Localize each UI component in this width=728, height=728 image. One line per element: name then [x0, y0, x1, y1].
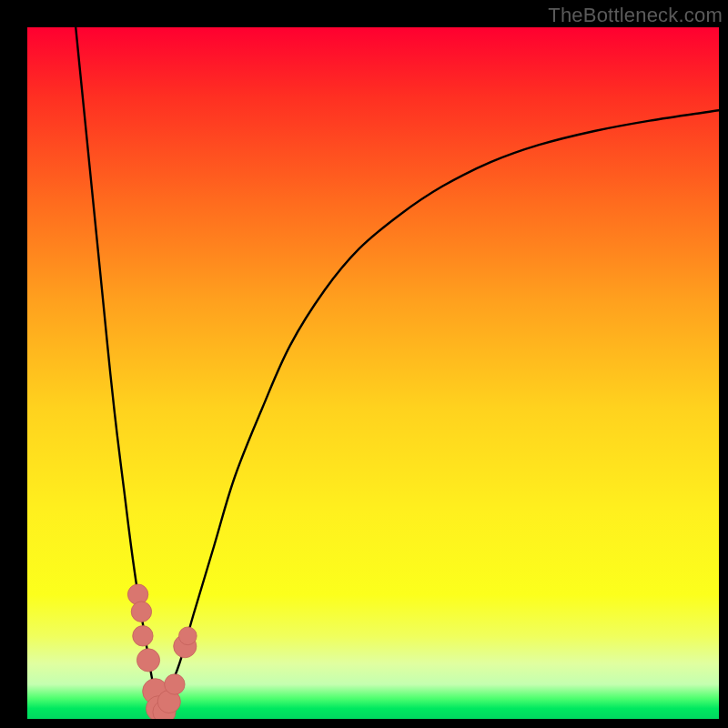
data-marker [133, 626, 153, 646]
chart-svg [27, 27, 719, 719]
data-marker [136, 649, 159, 672]
curve-right-branch [158, 110, 719, 712]
data-marker [131, 602, 151, 622]
data-marker [178, 627, 197, 645]
data-marker [165, 674, 185, 694]
watermark-text: TheBottleneck.com [548, 4, 723, 27]
chart-frame: TheBottleneck.com [0, 0, 728, 728]
data-marker [127, 584, 147, 604]
chart-plot-area [27, 27, 719, 719]
